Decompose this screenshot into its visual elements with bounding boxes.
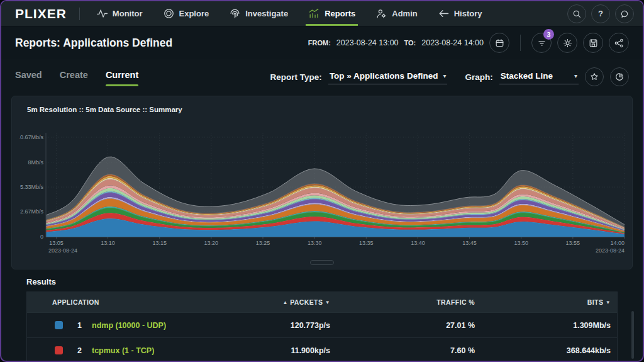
chevron-down-icon: ▾ bbox=[574, 72, 577, 79]
filter-icon bbox=[536, 38, 547, 48]
svg-text:13:10: 13:10 bbox=[101, 240, 115, 246]
svg-text:5.33Mb/s: 5.33Mb/s bbox=[20, 184, 44, 190]
nav-item-monitor[interactable]: Monitor bbox=[96, 1, 143, 26]
column-menu-icon[interactable]: ▼ bbox=[325, 300, 330, 305]
calendar-button[interactable] bbox=[489, 33, 509, 53]
bits-value: 1.309Mb/s bbox=[475, 321, 611, 330]
nav-item-label: Reports bbox=[325, 9, 355, 18]
history-arrow-icon bbox=[438, 8, 450, 20]
to-value[interactable]: 2023-08-24 14:00 bbox=[421, 38, 484, 47]
svg-text:10.67Mb/s: 10.67Mb/s bbox=[19, 134, 43, 140]
plixer-logo: PLIXER bbox=[15, 6, 67, 21]
tab-saved[interactable]: Saved bbox=[15, 66, 42, 88]
search-icon bbox=[572, 9, 582, 19]
nav-item-reports[interactable]: Reports bbox=[308, 1, 355, 26]
svg-text:13:15: 13:15 bbox=[152, 240, 167, 246]
feedback-icon bbox=[619, 9, 630, 19]
from-value[interactable]: 2023-08-24 13:00 bbox=[336, 38, 399, 47]
traffic-value: 27.01 % bbox=[330, 321, 475, 330]
chart-title: 5m Resolution :: 5m Data Source :: Summa… bbox=[27, 106, 182, 113]
report-type-value: Top » Applications Defined bbox=[330, 71, 438, 81]
monitor-icon bbox=[96, 8, 108, 20]
investigate-icon bbox=[229, 8, 241, 20]
report-tabs: Saved Create Current bbox=[15, 66, 138, 88]
save-icon bbox=[588, 38, 599, 48]
to-label: TO: bbox=[404, 39, 416, 47]
tab-current[interactable]: Current bbox=[106, 66, 138, 88]
results-title: Results bbox=[26, 277, 618, 286]
tabs-row: Saved Create Current Report Type: Top » … bbox=[1, 59, 643, 94]
share-button[interactable] bbox=[609, 33, 629, 53]
nav-item-admin[interactable]: Admin bbox=[375, 1, 417, 26]
top-nav: PLIXER Monitor Explore Investigate Repor… bbox=[1, 1, 643, 26]
svg-text:0: 0 bbox=[40, 234, 43, 240]
series-color-swatch bbox=[55, 321, 63, 329]
graph-value: Stacked Line bbox=[501, 71, 553, 81]
report-type-select[interactable]: Top » Applications Defined ▾ bbox=[328, 70, 448, 84]
feedback-button[interactable] bbox=[615, 4, 634, 23]
from-label: FROM: bbox=[308, 39, 331, 47]
search-button[interactable] bbox=[567, 4, 586, 23]
nav-item-label: Investigate bbox=[245, 9, 288, 18]
nav-item-explore[interactable]: Explore bbox=[163, 1, 209, 26]
results-table: APPLICATION ▲ PACKETS ▼ TRAFFIC % BITS ▼… bbox=[26, 291, 618, 362]
packets-value: 11.900kp/s bbox=[230, 346, 330, 355]
reports-icon bbox=[308, 8, 320, 20]
application-link[interactable]: ndmp (10000 - UDP) bbox=[92, 321, 230, 330]
admin-icon bbox=[375, 8, 387, 20]
packets-value: 120.773p/s bbox=[230, 321, 330, 330]
nav-item-label: Monitor bbox=[113, 9, 143, 18]
chevron-down-icon: ▾ bbox=[443, 72, 446, 79]
nav-divider bbox=[79, 8, 80, 20]
column-bits-label: BITS bbox=[587, 298, 604, 306]
settings-button[interactable] bbox=[557, 33, 577, 53]
filter-button[interactable]: 3 bbox=[531, 33, 552, 53]
tab-create[interactable]: Create bbox=[60, 66, 88, 88]
column-packets[interactable]: ▲ PACKETS ▼ bbox=[230, 298, 330, 306]
gear-icon bbox=[562, 38, 573, 48]
svg-text:2023-08-24: 2023-08-24 bbox=[596, 247, 625, 254]
graph-select[interactable]: Stacked Line ▾ bbox=[499, 70, 579, 84]
table-row[interactable]: 1 ndmp (10000 - UDP) 120.773p/s 27.01 % … bbox=[27, 312, 617, 337]
report-controls: Report Type: Top » Applications Defined … bbox=[270, 67, 629, 86]
svg-text:13:35: 13:35 bbox=[359, 240, 374, 246]
calendar-icon bbox=[494, 38, 505, 48]
column-bits[interactable]: BITS ▼ bbox=[475, 298, 611, 306]
header-divider bbox=[520, 35, 521, 51]
svg-text:2023-08-24: 2023-08-24 bbox=[48, 247, 77, 254]
column-traffic[interactable]: TRAFFIC % bbox=[330, 298, 475, 306]
row-rank: 1 bbox=[73, 321, 82, 330]
series-color-swatch bbox=[55, 346, 63, 354]
chart-scroll-handle[interactable] bbox=[310, 260, 334, 265]
column-packets-label: PACKETS bbox=[290, 298, 323, 306]
nav-item-history[interactable]: History bbox=[438, 1, 482, 26]
star-icon bbox=[589, 72, 599, 82]
column-menu-icon[interactable]: ▼ bbox=[606, 300, 611, 305]
column-application[interactable]: APPLICATION bbox=[27, 298, 230, 306]
application-link[interactable]: tcpmux (1 - TCP) bbox=[92, 346, 230, 355]
help-button[interactable]: ? bbox=[591, 4, 610, 23]
favorite-button[interactable] bbox=[585, 67, 604, 86]
stacked-area-chart[interactable]: 10.67Mb/s8Mb/s5.33Mb/s2.67Mb/s013:0513:1… bbox=[19, 122, 628, 256]
page-header: Reports: Applications Defined FROM: 2023… bbox=[1, 26, 643, 59]
nav-item-label: Explore bbox=[179, 9, 209, 18]
table-scrollbar[interactable] bbox=[631, 311, 634, 359]
share-icon bbox=[614, 38, 625, 48]
nav-item-investigate[interactable]: Investigate bbox=[229, 1, 288, 26]
graph-label: Graph: bbox=[465, 72, 492, 82]
svg-text:14:00: 14:00 bbox=[610, 240, 625, 246]
nav-item-label: History bbox=[454, 9, 482, 18]
table-header-row: APPLICATION ▲ PACKETS ▼ TRAFFIC % BITS ▼ bbox=[27, 292, 617, 312]
svg-text:13:40: 13:40 bbox=[411, 240, 425, 246]
svg-text:13:45: 13:45 bbox=[462, 240, 477, 246]
svg-text:13:50: 13:50 bbox=[514, 240, 528, 246]
sort-asc-icon: ▲ bbox=[282, 300, 287, 305]
app-window: PLIXER Monitor Explore Investigate Repor… bbox=[0, 0, 644, 362]
graph-style-button[interactable] bbox=[610, 67, 629, 86]
svg-text:13:20: 13:20 bbox=[204, 240, 219, 246]
table-row[interactable]: 2 tcpmux (1 - TCP) 11.900kp/s 7.60 % 368… bbox=[27, 337, 617, 362]
svg-text:13:55: 13:55 bbox=[566, 240, 580, 246]
graph-style-icon bbox=[614, 72, 625, 82]
row-rank: 2 bbox=[73, 346, 82, 355]
save-button[interactable] bbox=[583, 33, 603, 53]
